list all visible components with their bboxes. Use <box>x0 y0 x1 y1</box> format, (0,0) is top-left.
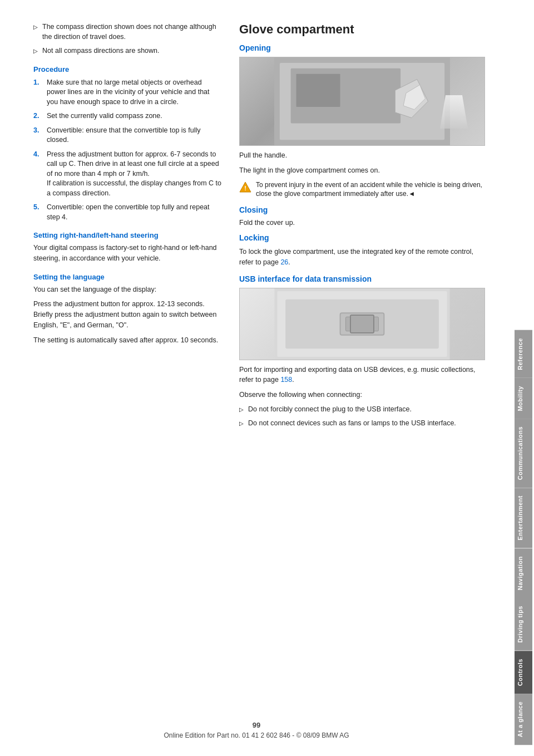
step-2-num: 2. <box>33 111 42 121</box>
locking-instruction-end: . <box>288 258 290 266</box>
sidebar-tab-mobility[interactable]: Mobility <box>515 378 532 419</box>
step-5: 5. Convertible: open the convertible top… <box>33 203 222 222</box>
locking-page-ref[interactable]: 26 <box>280 258 288 266</box>
step-3: 3. Convertible: ensure that the converti… <box>33 126 222 145</box>
usb-body1: Port for importing and exporting data on… <box>239 365 485 386</box>
locking-section: Locking To lock the glove compartment, u… <box>239 233 485 268</box>
right-hand-steering-title: Setting right-hand/left-hand steering <box>33 231 222 239</box>
warning-text: To prevent injury in the event of an acc… <box>256 180 485 199</box>
usb-page-ref[interactable]: 158 <box>280 376 292 384</box>
sidebar-tab-controls[interactable]: Controls <box>515 651 532 694</box>
step-2-text: Set the currently valid compass zone. <box>47 111 162 121</box>
right-column: Glove compartment Opening <box>239 22 485 734</box>
svg-rect-13 <box>351 321 373 327</box>
numbered-list: 1. Make sure that no large metal objects… <box>33 78 222 223</box>
bullet-list: ▷ The compass direction shown does not c… <box>33 22 222 56</box>
glove-image-svg <box>240 57 484 145</box>
warning-box: ! To prevent injury in the event of an a… <box>239 180 485 199</box>
step-1-num: 1. <box>33 78 42 107</box>
bullet-arrow-2: ▷ <box>33 47 38 56</box>
language-body2: Press the adjustment button for approx. … <box>33 299 222 330</box>
main-section-title: Glove compartment <box>239 22 485 37</box>
step-4: 4. Press the adjustment button for appro… <box>33 150 222 199</box>
language-title: Setting the language <box>33 273 222 281</box>
usb-bullet-text-2: Do not connect devices such as fans or l… <box>248 419 456 429</box>
locking-body: To lock the glove compartment, use the i… <box>239 247 485 268</box>
procedure-title: Procedure <box>33 65 222 73</box>
usb-image-svg <box>240 288 484 360</box>
right-hand-steering-body: Your digital compass is factory-set to r… <box>33 243 222 264</box>
opening-section: Opening Pull the handle. The <box>239 43 485 199</box>
usb-bullet-2: ▷ Do not connect devices such as fans or… <box>239 419 485 429</box>
step-5-text: Convertible: open the convertible top fu… <box>47 203 222 222</box>
usb-bullet-1: ▷ Do not forcibly connect the plug to th… <box>239 405 485 415</box>
svg-rect-3 <box>296 74 340 107</box>
closing-instruction: Fold the cover up. <box>239 219 485 227</box>
warning-triangle-icon: ! <box>239 181 251 193</box>
svg-rect-12 <box>345 317 378 331</box>
svg-text:!: ! <box>244 185 246 192</box>
page-footer: 99 Online Edition for Part no. 01 41 2 6… <box>0 721 513 739</box>
usb-body1-end: . <box>292 376 294 384</box>
usb-title: USB interface for data transmission <box>239 274 485 283</box>
sidebar: Reference Mobility Communications Entert… <box>513 0 534 756</box>
step-1: 1. Make sure that no large metal objects… <box>33 78 222 107</box>
usb-bullet-arrow-2: ▷ <box>239 420 244 429</box>
sidebar-tab-navigation[interactable]: Navigation <box>515 548 532 598</box>
step-4-num: 4. <box>33 150 42 199</box>
step-4-text: Press the adjustment button for approx. … <box>47 150 222 199</box>
opening-instruction1: Pull the handle. <box>239 150 485 161</box>
page-container: ▷ The compass direction shown does not c… <box>0 0 534 756</box>
bullet-item-2: ▷ Not all compass directions are shown. <box>33 46 222 56</box>
step-3-text: Convertible: ensure that the convertible… <box>47 126 222 145</box>
footer-text: Online Edition for Part no. 01 41 2 602 … <box>164 732 349 739</box>
usb-interface-image <box>239 288 485 360</box>
language-body1: You can set the language of the display: <box>33 284 222 295</box>
step-5-num: 5. <box>33 203 42 222</box>
main-content: ▷ The compass direction shown does not c… <box>0 0 513 756</box>
page-number: 99 <box>0 721 513 729</box>
bullet-text-2: Not all compass directions are shown. <box>42 46 160 56</box>
opening-instruction2: The light in the glove compartment comes… <box>239 165 485 176</box>
language-body3: The setting is automatically saved after… <box>33 335 222 346</box>
step-3-num: 3. <box>33 126 42 145</box>
usb-section: USB interface for data transmission Por <box>239 274 485 429</box>
bullet-text-1: The compass direction shown does not cha… <box>42 22 222 42</box>
language-section: Setting the language You can set the lan… <box>33 273 222 346</box>
sidebar-tab-reference[interactable]: Reference <box>515 330 532 378</box>
usb-bullet-text-1: Do not forcibly connect the plug to the … <box>248 405 412 415</box>
closing-section: Closing Fold the cover up. <box>239 205 485 227</box>
right-hand-steering-section: Setting right-hand/left-hand steering Yo… <box>33 231 222 264</box>
procedure-section: Procedure 1. Make sure that no large met… <box>33 65 222 223</box>
sidebar-tab-at-glance[interactable]: At a glance <box>515 694 532 745</box>
closing-title: Closing <box>239 205 485 214</box>
bullet-arrow-1: ▷ <box>33 23 38 42</box>
bullet-item-1: ▷ The compass direction shown does not c… <box>33 22 222 42</box>
usb-body2: Observe the following when connecting: <box>239 390 485 400</box>
left-column: ▷ The compass direction shown does not c… <box>33 22 222 734</box>
usb-body1-text: Port for importing and exporting data on… <box>239 366 476 384</box>
step-1-text: Make sure that no large metal objects or… <box>47 78 222 107</box>
sidebar-tab-entertainment[interactable]: Entertainment <box>515 488 532 548</box>
warning-icon: ! <box>239 181 251 193</box>
opening-title: Opening <box>239 43 485 52</box>
svg-rect-10 <box>285 299 439 348</box>
step-2: 2. Set the currently valid compass zone. <box>33 111 222 121</box>
usb-bullet-arrow-1: ▷ <box>239 406 244 415</box>
locking-title: Locking <box>239 233 485 242</box>
locking-instruction: To lock the glove compartment, use the i… <box>239 248 473 266</box>
glove-compartment-image <box>239 57 485 146</box>
sidebar-tab-communications[interactable]: Communications <box>515 419 532 488</box>
sidebar-tab-driving[interactable]: Driving tips <box>515 598 532 651</box>
